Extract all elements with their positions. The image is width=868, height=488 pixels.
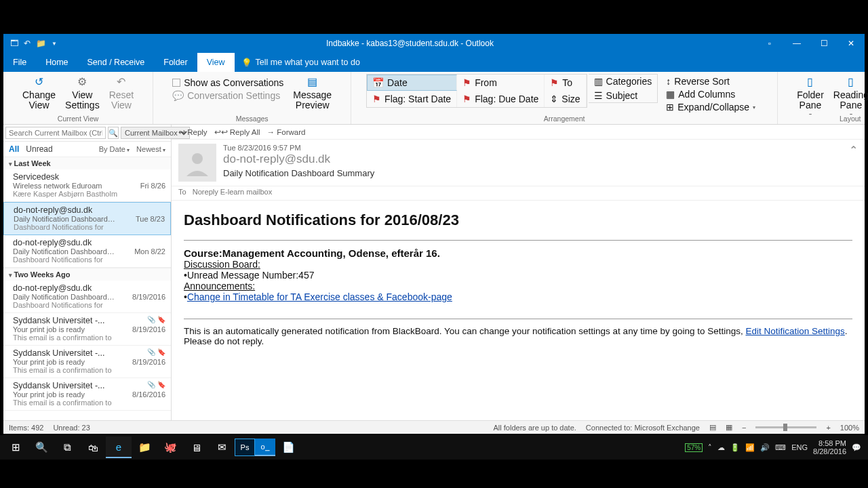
outlook-taskbar-icon[interactable]: o⎯ [255,439,275,456]
onedrive-icon[interactable]: ☁ [717,443,725,452]
group-label-layout: Layout [781,115,868,124]
expand-header-button[interactable]: ⌃ [849,144,858,182]
window-title: Indbakke - kabas13@student.sdu.dk - Outl… [64,39,756,48]
category-icon: 🔖 [157,381,165,388]
qat-send-receive-icon[interactable]: 🗔 [10,39,18,48]
reverse-sort-button[interactable]: ↕Reverse Sort [662,75,760,87]
reset-view-button[interactable]: ↶Reset View [105,74,138,113]
flag-icon: ⚑ [550,77,559,88]
search-taskbar-icon[interactable]: 🔍 [28,436,54,458]
message-item[interactable]: 📎🔖 Syddansk Universitet -... Your print … [3,313,171,346]
battery-icon[interactable]: 57% [685,443,703,452]
arrange-by-subject[interactable]: ☰Subject [589,89,658,102]
tab-home[interactable]: Home [36,53,77,72]
body-heading: Dashboard Notifications for 2016/08/23 [184,211,852,229]
reply-all-button[interactable]: ↩↩ Reply All [214,127,260,137]
message-item[interactable]: 📎🔖 Syddansk Universitet -... Your print … [3,378,171,411]
notifications-icon[interactable]: 💬 [852,443,861,452]
start-button[interactable]: ⊞ [3,436,28,458]
categories-icon: ▥ [594,76,603,87]
sort-by-date[interactable]: By Date [99,145,130,153]
subject-icon: ☰ [594,90,603,101]
task-view-icon[interactable]: ⧉ [54,436,80,458]
minimize-button[interactable]: — [783,34,810,53]
ribbon-tabs: File Home Send / Receive Folder View 💡 T… [3,53,865,72]
message-item[interactable]: do-not-reply@sdu.dk Daily Notification D… [3,202,171,235]
app-icon[interactable]: 🐙 [157,436,183,458]
mail-icon[interactable]: ✉ [209,436,235,458]
filter-all[interactable]: All [9,144,19,154]
explorer-icon[interactable]: 📁 [132,436,157,458]
unread-number: 457 [298,270,314,281]
qat-undo-icon[interactable]: ↶ [24,39,31,48]
edge-icon[interactable]: e [106,436,132,458]
discussion-label: Discussion Board: [184,259,852,270]
announcement-link[interactable]: Change in Timetable for TA Exercise clas… [187,291,452,302]
attachment-icon: 📎 [147,316,155,323]
volume-icon[interactable]: 🔊 [760,443,770,452]
document-icon[interactable]: 📄 [275,436,301,458]
arrangement-gallery[interactable]: 📅Date ⚑From ⚑To ⚑Flag: Start Date ⚑Flag:… [366,74,587,108]
arrange-by-to[interactable]: ⚑To [545,75,586,91]
store-icon[interactable]: 🛍 [80,436,106,458]
group-label-messages: Messages [156,115,348,124]
filter-unread[interactable]: Unread [26,144,52,154]
show-as-conversations-checkbox[interactable]: Show as Conversations [168,77,288,89]
view-reading-icon[interactable]: ▦ [726,423,732,432]
flag-icon: ⚑ [462,94,471,104]
tab-folder[interactable]: Folder [154,53,197,72]
tab-file[interactable]: File [3,53,36,72]
tab-view[interactable]: View [197,53,235,72]
zoom-slider[interactable] [755,426,816,428]
message-item[interactable]: Servicedesk Wireless network EduroamFri … [3,169,171,202]
arrange-by-flag-due[interactable]: ⚑Flag: Due Date [457,91,545,107]
course-line: Course:Management Accounting, Odense, ef… [184,247,852,259]
zoom-in-button[interactable]: + [826,424,830,432]
arrange-by-date[interactable]: 📅Date [367,75,457,91]
group-label-current-view: Current View [6,115,150,124]
title-bar: 🗔 ↶ 📁 ▼ Indbakke - kabas13@student.sdu.d… [3,34,865,53]
network-icon[interactable]: 📶 [745,443,755,452]
close-button[interactable]: ✕ [837,34,865,53]
qat-customize-icon[interactable]: ▼ [52,41,57,47]
forward-button[interactable]: → Forward [267,128,306,136]
maximize-button[interactable]: ☐ [810,34,837,53]
add-columns-button[interactable]: ▦Add Columns [662,88,760,100]
zoom-out-button[interactable]: − [742,424,746,432]
photoshop-icon[interactable]: Ps [235,439,255,456]
change-view-button[interactable]: ↺Change View [18,74,60,113]
view-normal-icon[interactable]: ▤ [709,423,716,432]
language-indicator[interactable]: ENG [791,443,808,451]
tell-me[interactable]: 💡 Tell me what you want to do [235,53,367,72]
message-item[interactable]: 📎🔖 Syddansk Universitet -... Your print … [3,346,171,378]
sender-avatar [178,144,216,182]
system-clock[interactable]: 8:58 PM 8/28/2016 [813,439,846,455]
arrange-by-flag-start[interactable]: ⚑Flag: Start Date [367,91,457,107]
arrange-by-size[interactable]: ⇕Size [545,91,586,107]
ribbon-options-icon[interactable]: ▫ [756,34,783,53]
reading-pane-button[interactable]: ▯Reading Pane [829,74,868,115]
search-input[interactable] [5,127,106,139]
view-settings-button[interactable]: ⚙View Settings [61,74,104,113]
tab-send-receive[interactable]: Send / Receive [78,53,155,72]
arrange-by-from[interactable]: ⚑From [457,75,545,91]
message-item[interactable]: do-not-reply@sdu.dk Daily Notification D… [3,235,171,268]
arrange-by-categories[interactable]: ▥Categories [589,75,658,88]
qat-folder-icon[interactable]: 📁 [36,39,46,48]
message-preview-button[interactable]: ▤Message Preview [289,74,336,113]
input-icon[interactable]: ⌨ [775,443,786,452]
reply-button[interactable]: ↩ Reply [178,127,208,137]
folder-pane-button[interactable]: ▯Folder Pane [793,74,828,115]
expand-collapse-button[interactable]: ⊞Expand/Collapse [662,101,760,113]
power-icon[interactable]: 🔋 [730,443,740,452]
message-item[interactable]: do-not-reply@sdu.dk Daily Notification D… [3,281,171,313]
search-button[interactable]: 🔍 [108,127,119,139]
conversation-settings-button[interactable]: 💬Conversation Settings [168,89,288,102]
windows-taskbar: ⊞ 🔍 ⧉ 🛍 e 📁 🐙 🖥 ✉ Ps o⎯ 📄 57% ˄ ☁ 🔋 📶 🔊 … [0,435,868,460]
sort-newest[interactable]: Newest [136,145,165,153]
app-icon[interactable]: 🖥 [183,436,209,458]
tray-expand-icon[interactable]: ˄ [708,443,712,452]
group-header-two-weeks[interactable]: Two Weeks Ago [3,268,171,281]
edit-notification-settings-link[interactable]: Edit Notification Settings [745,326,844,336]
group-header-last-week[interactable]: Last Week [3,157,171,169]
